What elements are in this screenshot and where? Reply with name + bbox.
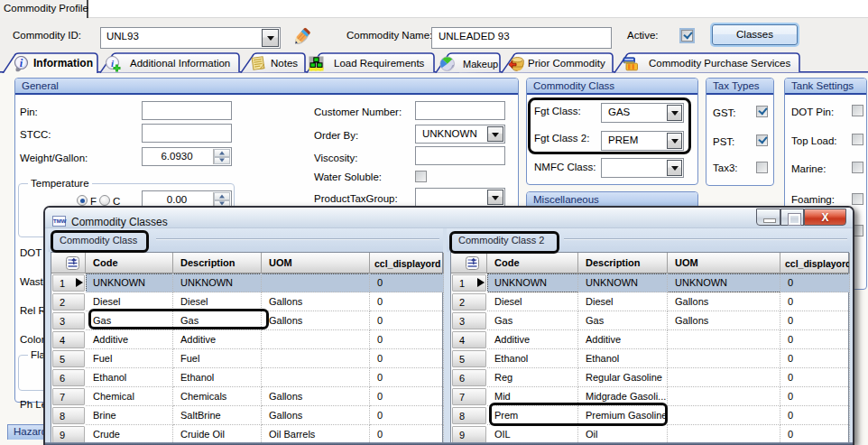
svg-text:i: i — [20, 57, 23, 70]
